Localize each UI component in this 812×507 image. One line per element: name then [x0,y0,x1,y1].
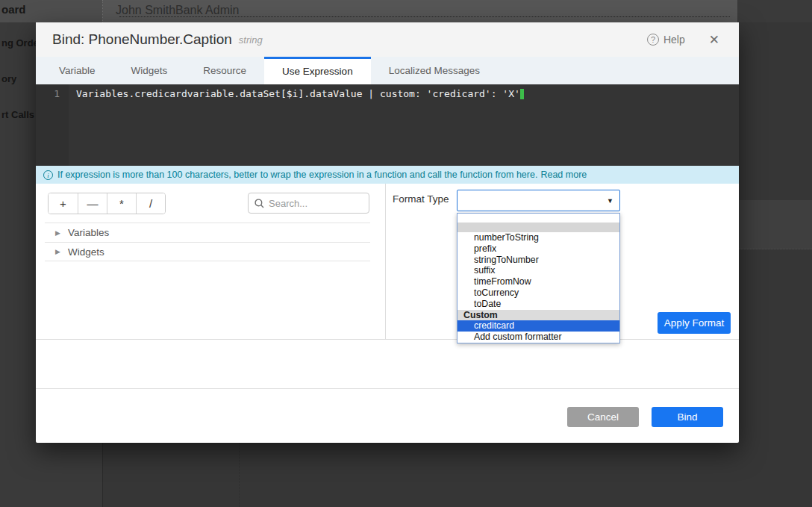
apply-format-button[interactable]: Apply Format [658,312,731,334]
info-banner-text: If expression is more than 100 character… [57,169,537,180]
search-input[interactable] [269,198,363,209]
dropdown-spacer [457,214,619,223]
dialog-content: + — * / ▶ Variables ▶ Widgets [36,184,739,340]
info-icon: i [43,170,53,180]
caret-right-icon: ▶ [55,248,60,255]
background-sidebar-item: rt Calls [1,109,34,120]
read-more-link[interactable]: Read more [540,169,587,180]
search-icon [254,199,264,208]
tree-node-widgets[interactable]: ▶ Widgets [45,242,370,261]
dropdown-option[interactable]: numberToString [457,232,619,243]
background-page-title: John SmithBank Admin [116,4,239,17]
format-panel: Format Type ▼ numberToString prefix stri… [386,184,739,340]
background-panel-band [739,200,812,249]
dropdown-option-empty[interactable] [457,223,619,232]
dropdown-option[interactable]: timeFromNow [457,276,619,287]
tree-node-variables[interactable]: ▶ Variables [45,223,370,242]
expression-editor[interactable]: 1 Variables.credicardvariable.dataSet[$i… [36,84,739,166]
dropdown-option-creditcard[interactable]: creditcard [457,320,619,332]
editor-line-number: 1 [36,84,69,166]
tab-resource[interactable]: Resource [185,57,264,84]
footer-divider [36,388,739,389]
background-divider [239,443,240,507]
cancel-button[interactable]: Cancel [567,407,639,427]
search-box [248,193,369,214]
expression-builder-panel: + — * / ▶ Variables ▶ Widgets [36,184,386,340]
help-icon: ? [647,34,659,46]
tab-widgets[interactable]: Widgets [113,57,186,84]
help-label: Help [663,34,685,46]
dropdown-option[interactable]: toDate [457,299,619,310]
tree-node-label: Widgets [68,246,104,258]
tab-use-expression[interactable]: Use Expression [264,57,371,84]
minus-operator-button[interactable]: — [78,193,107,214]
dropdown-option-add-custom-formatter[interactable]: Add custom formatter [457,332,619,343]
tree-node-label: Variables [68,227,109,238]
bind-button[interactable]: Bind [652,407,723,427]
operator-button-group: + — * / [48,193,166,214]
dialog-title: Bind: PhoneNumber.Caption [52,31,232,48]
background-top-bar-right [737,0,812,22]
multiply-operator-button[interactable]: * [107,193,136,214]
help-button[interactable]: ? Help [647,34,685,46]
background-sidebar-item: oard [1,3,26,16]
tab-localized-messages[interactable]: Localized Messages [371,57,498,84]
dropdown-option[interactable]: stringToNumber [457,255,619,266]
dropdown-option[interactable]: suffix [457,265,619,276]
info-banner: i If expression is more than 100 charact… [36,166,739,184]
dropdown-arrow-icon: ▼ [607,197,613,205]
binding-source-tree: ▶ Variables ▶ Widgets [45,223,370,261]
dropdown-option[interactable]: toCurrency [457,287,619,299]
bind-dialog: Bind: PhoneNumber.Caption string ? Help … [36,22,739,443]
divide-operator-button[interactable]: / [136,193,165,214]
editor-code-line: Variables.credicardvariable.dataSet[$i].… [69,84,739,166]
close-icon[interactable]: ✕ [706,31,722,49]
dropdown-option[interactable]: prefix [457,243,619,255]
dialog-header: Bind: PhoneNumber.Caption string ? Help … [36,22,739,57]
format-type-label: Format Type [393,193,449,205]
background-dotted-field [119,16,730,22]
dialog-type-label: string [239,34,263,46]
dropdown-group-custom: Custom [457,310,619,321]
dialog-tabs: Variable Widgets Resource Use Expression… [36,57,739,84]
caret-right-icon: ▶ [55,229,60,237]
editor-caret [520,89,524,99]
background-sidebar-item: ory [1,73,16,84]
expression-text: Variables.credicardvariable.dataSet[$i].… [76,88,520,99]
background-sidebar-top: oard [0,0,103,22]
tab-variable[interactable]: Variable [41,57,113,84]
format-type-select[interactable]: ▼ [457,190,620,211]
format-type-dropdown: numberToString prefix stringToNumber suf… [457,213,620,343]
plus-operator-button[interactable]: + [49,193,78,214]
